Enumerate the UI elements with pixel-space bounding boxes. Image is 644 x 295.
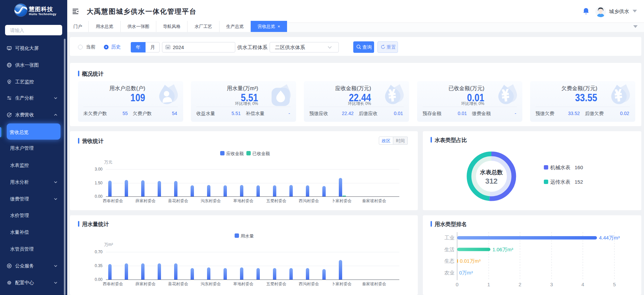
svg-text:万元: 万元 <box>104 160 112 164</box>
svg-text:1: 1 <box>487 282 490 287</box>
svg-text:卜家村委会: 卜家村委会 <box>331 198 352 203</box>
svg-text:0.35: 0.35 <box>95 263 103 268</box>
svg-text:沟东村委会: 沟东村委会 <box>201 282 221 286</box>
svg-text:0万m³: 0万m³ <box>459 270 473 275</box>
svg-text:秦家坡村委会: 秦家坡村委会 <box>362 282 386 286</box>
svg-text:0.00: 0.00 <box>95 277 103 282</box>
svg-text:草地村委会: 草地村委会 <box>233 198 253 203</box>
svg-text:五爱村委会: 五爱村委会 <box>266 198 286 203</box>
svg-text:西奉村委会: 西奉村委会 <box>103 198 123 203</box>
svg-text:水表总数: 水表总数 <box>480 169 503 176</box>
svg-text:生态: 生态 <box>444 258 454 264</box>
svg-text:1.50: 1.50 <box>95 181 103 185</box>
svg-text:卜家村委会: 卜家村委会 <box>331 282 352 286</box>
svg-text:秦家坡村委会: 秦家坡村委会 <box>362 198 386 203</box>
svg-text:西奉村委会: 西奉村委会 <box>103 282 123 286</box>
svg-text:草地村委会: 草地村委会 <box>233 282 253 286</box>
svg-text:3.00: 3.00 <box>95 167 103 172</box>
svg-text:2: 2 <box>519 282 521 287</box>
svg-text:4.44万m³: 4.44万m³ <box>599 235 620 241</box>
svg-text:5: 5 <box>613 282 616 287</box>
svg-text:0.00: 0.00 <box>95 194 103 199</box>
svg-text:0.70: 0.70 <box>95 250 103 254</box>
svg-text:善花村委会: 善花村委会 <box>168 198 188 203</box>
svg-text:农业: 农业 <box>444 270 454 275</box>
svg-text:沟东村委会: 沟东村委会 <box>201 198 221 203</box>
svg-text:0.01万m³: 0.01万m³ <box>460 258 481 264</box>
svg-text:3: 3 <box>550 282 553 287</box>
svg-text:312: 312 <box>485 177 498 185</box>
svg-text:西沟村委会: 西沟村委会 <box>299 198 319 203</box>
svg-text:西沟村委会: 西沟村委会 <box>299 282 319 286</box>
svg-text:1.06万m³: 1.06万m³ <box>492 247 513 252</box>
svg-text:工业: 工业 <box>444 235 454 241</box>
svg-text:生活: 生活 <box>444 247 454 252</box>
svg-text:0: 0 <box>456 282 458 287</box>
svg-text:万m³: 万m³ <box>104 242 113 247</box>
svg-text:五爱村委会: 五爱村委会 <box>266 282 286 286</box>
svg-text:善花村委会: 善花村委会 <box>168 282 188 286</box>
svg-text:薛家村委会: 薛家村委会 <box>135 198 156 203</box>
svg-text:薛家村委会: 薛家村委会 <box>135 282 156 286</box>
svg-text:4: 4 <box>581 282 584 287</box>
